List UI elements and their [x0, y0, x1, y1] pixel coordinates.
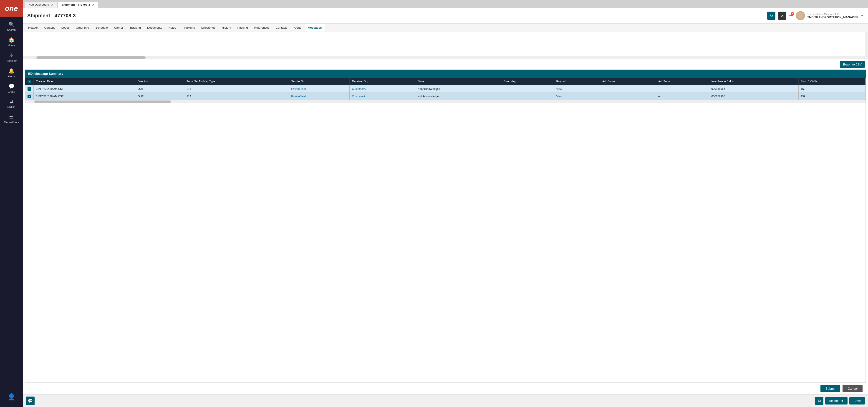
submit-cancel-row: Submit Cancel — [25, 383, 866, 395]
receiver-org-link-1[interactable]: CustomerA — [352, 95, 366, 98]
cell-creation-date-1: 01/17/22 2:38 AM CST — [34, 93, 135, 100]
cell-receiver-org-1[interactable]: CustomerA — [350, 93, 415, 100]
cell-checkbox-1[interactable]: ✓ — [25, 93, 34, 100]
receiver-org-link-0[interactable]: CustomerA — [352, 87, 366, 91]
tab-packing[interactable]: Packing — [234, 24, 251, 32]
cell-sender-org-1[interactable]: PrivateFleet — [289, 93, 350, 100]
logo-text: one — [5, 4, 18, 13]
tab-schedule[interactable]: Schedule — [92, 24, 111, 32]
sidebar-item-chats[interactable]: 💬 Chats — [0, 81, 23, 96]
close-shipment[interactable]: ✕ — [92, 3, 95, 6]
tab-tracking[interactable]: Tracking — [126, 24, 144, 32]
cell-direction-0: OUT — [135, 85, 184, 93]
cell-error-msg-1 — [501, 93, 554, 100]
content-panel: Shipment - 477708-3 ↻ ✕ ☰ ★ Transportati… — [23, 8, 868, 407]
col-header-payload: Payload — [554, 78, 600, 85]
sidebar-item-menus[interactable]: ☰ Menus/Favs — [0, 111, 23, 127]
col-header-receiver-org: Receiver Org — [350, 78, 415, 85]
edi-section: EDI Message Summary ✓ Creation Date — [25, 70, 866, 395]
tab-neo-dashboard[interactable]: Neo Dashboard ✕ — [25, 1, 57, 8]
sidebar-item-switch[interactable]: ⇄ Switch — [0, 96, 23, 111]
sender-org-link-1[interactable]: PrivateFleet — [291, 95, 306, 98]
edi-table-container[interactable]: ✓ Creation Date Direction Trans Set No/M… — [25, 78, 866, 383]
bottom-toolbar-left: 💬 — [26, 397, 35, 405]
chat-toolbar-button[interactable]: 💬 — [26, 397, 35, 405]
cell-ack-status-0 — [600, 85, 656, 93]
export-row: Export to CSV — [23, 59, 868, 70]
sidebar-item-problems[interactable]: ⚠ Problems — [0, 50, 23, 65]
star-badge: ★ — [791, 12, 794, 15]
col-header-ack-status: Ack Status — [600, 78, 656, 85]
tab-alerts[interactable]: Alerts — [290, 24, 304, 32]
col-header-func-ctrl: Func C Ctrl N — [798, 78, 865, 85]
cell-payload-1[interactable]: View — [554, 93, 600, 100]
avatar-image — [796, 11, 805, 20]
menu-button[interactable]: ☰ ★ — [789, 13, 793, 19]
actions-button[interactable]: Actions ▼ — [825, 397, 847, 405]
user-info: Transportation Manager Jeff TMS.TRANSPOR… — [796, 11, 863, 20]
cell-payload-0[interactable]: View — [554, 85, 600, 93]
chat-icon: 💬 — [8, 84, 14, 89]
cell-checkbox-0[interactable]: ✓ — [25, 85, 34, 93]
tab-contacts[interactable]: Contacts — [273, 24, 290, 32]
submit-button[interactable]: Submit — [820, 385, 840, 392]
cell-receiver-org-0[interactable]: CustomerA — [350, 85, 415, 93]
header-checkbox[interactable]: ✓ — [28, 80, 31, 84]
sidebar-item-alerts[interactable]: 🔔 Alerts — [0, 65, 23, 81]
horizontal-scrollbar-upper[interactable] — [23, 56, 868, 59]
close-neo-dashboard[interactable]: ✕ — [51, 3, 54, 6]
upper-scroll-area[interactable] — [23, 32, 868, 59]
payload-link-1[interactable]: View — [556, 95, 562, 98]
cell-func-ctrl-1: 159 — [798, 93, 865, 100]
bell-icon: 🔔 — [8, 68, 14, 74]
tab-documents[interactable]: Documents — [144, 24, 165, 32]
cell-func-ctrl-0: 159 — [798, 85, 865, 93]
tab-shipment[interactable]: Shipment - 477708-3 ✕ — [58, 1, 98, 8]
tab-carrier[interactable]: Carrier — [111, 24, 126, 32]
table-row: ✓01/17/22 2:39 AM CSTOUT214PrivateFleetC… — [25, 85, 866, 93]
scrollbar-thumb-upper[interactable] — [36, 56, 146, 59]
tab-messages[interactable]: Messages — [305, 24, 325, 32]
export-csv-button[interactable]: Export to CSV — [840, 61, 865, 68]
tab-content[interactable]: Content — [41, 24, 58, 32]
cell-trans-set-1: 214 — [184, 93, 289, 100]
tab-other-info[interactable]: Other Info — [73, 24, 92, 32]
cell-state-0: Not Acknowledged — [415, 85, 501, 93]
sidebar-item-search[interactable]: 🔍 Search — [0, 19, 23, 34]
table-row: ✓01/17/22 2:38 AM CSTOUT214PrivateFleetC… — [25, 93, 866, 100]
table-scrollbar-thumb[interactable] — [34, 100, 171, 103]
col-header-error-msg: Error Msg — [501, 78, 554, 85]
sender-org-link-0[interactable]: PrivateFleet — [291, 87, 306, 91]
sidebar-item-user[interactable]: 👤 — [7, 390, 16, 403]
save-button[interactable]: Save — [849, 397, 865, 405]
cancel-button[interactable]: Cancel — [842, 385, 863, 392]
tab-header[interactable]: Header — [25, 24, 41, 32]
copy-button[interactable]: ⧉ — [815, 397, 824, 405]
cell-trans-set-0: 214 — [184, 85, 289, 93]
sidebar-label-problems: Problems — [6, 59, 17, 63]
tab-codes[interactable]: Codes — [58, 24, 73, 32]
row-checkbox-0[interactable]: ✓ — [28, 87, 31, 91]
sidebar-item-home[interactable]: 🏠 Home — [0, 34, 23, 50]
main-area: Neo Dashboard ✕ Shipment - 477708-3 ✕ Sh… — [23, 0, 868, 407]
cell-sender-org-0[interactable]: PrivateFleet — [289, 85, 350, 93]
tab-history[interactable]: History — [219, 24, 234, 32]
tab-milestones[interactable]: Milestones — [198, 24, 219, 32]
actions-dropdown-icon: ▼ — [841, 399, 844, 403]
payload-link-0[interactable]: View — [556, 87, 562, 91]
refresh-button[interactable]: ↻ — [767, 11, 775, 20]
tab-references[interactable]: References — [251, 24, 273, 32]
sidebar-label-home: Home — [8, 44, 15, 47]
page-title: Shipment - 477708-3 — [27, 13, 76, 19]
bottom-toolbar: 💬 ⧉ Actions ▼ Save — [23, 395, 868, 407]
vertical-scrollbar-upper[interactable] — [865, 32, 868, 59]
cell-direction-1: OUT — [135, 93, 184, 100]
row-checkbox-1[interactable]: ✓ — [28, 95, 31, 98]
table-scrollbar-horizontal[interactable] — [25, 100, 866, 103]
app-logo[interactable]: one — [0, 0, 23, 17]
col-header-ack-trans: Ack Trans — [656, 78, 709, 85]
user-dropdown-arrow[interactable]: ▼ — [861, 14, 863, 17]
tab-problems[interactable]: Problems — [179, 24, 198, 32]
tab-holds[interactable]: Holds — [165, 24, 179, 32]
close-button[interactable]: ✕ — [778, 11, 786, 20]
